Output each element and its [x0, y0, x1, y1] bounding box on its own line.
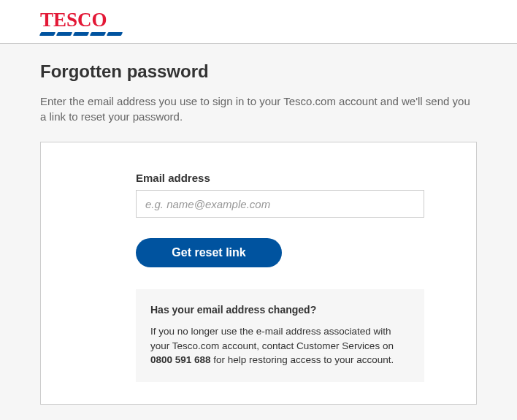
help-body-before: If you no longer use the e-mail address … [150, 326, 394, 351]
get-reset-link-button[interactable]: Get reset link [136, 238, 282, 267]
page-intro: Enter the email address you use to sign … [40, 93, 477, 124]
help-body-after: for help restoring access to your accoun… [211, 354, 394, 365]
help-box: Has your email address changed? If you n… [136, 289, 424, 382]
page-title: Forgotten password [40, 61, 477, 82]
email-label: Email address [136, 172, 456, 184]
help-body: If you no longer use the e-mail address … [150, 324, 410, 367]
email-field[interactable] [136, 190, 424, 218]
help-title: Has your email address changed? [150, 304, 410, 316]
help-phone: 0800 591 688 [150, 354, 211, 365]
form-panel: Email address Get reset link Has your em… [40, 142, 477, 405]
tesco-logo: TESCO [40, 9, 122, 36]
logo-dashes [40, 32, 122, 36]
logo-text: TESCO [40, 9, 122, 31]
